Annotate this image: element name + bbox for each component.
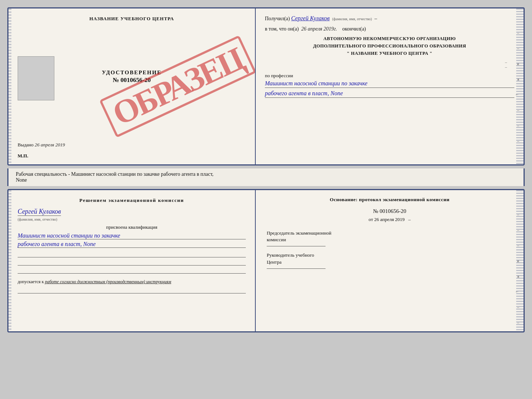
doc-bottom-right: Основание: протокол экзаменационной коми… <box>256 190 524 331</box>
bottom-lines <box>18 251 246 274</box>
resheniem-text: Решением экзаменационной комиссии <box>18 197 246 203</box>
bottom-line-1 <box>18 251 246 257</box>
familiya-sub-bottom: (фамилия, имя, отчество) <box>18 217 246 221</box>
middle-text-none: None <box>16 177 27 183</box>
photo-placeholder <box>18 56 54 100</box>
prisvoena-text: присвоена квалификация <box>18 224 246 230</box>
rukovoditel-line2: Центра <box>267 259 281 265</box>
hatch-right-bottom <box>516 190 524 331</box>
middle-text-block: Рабочая специальность - Машинист насосно… <box>7 168 525 186</box>
right-dash-2: – <box>505 65 507 69</box>
ot-date: от 26 апреля 2019 – <box>267 217 513 222</box>
osnovanie-text: Основание: протокол экзаменационной коми… <box>267 197 513 203</box>
v-tom-label: в том, что он(а) <box>265 26 299 32</box>
person-name-cursive: Сергей Кулаков <box>18 208 61 216</box>
poluchil-line: Получил(а) Сергей Кулаков (фамилия, имя,… <box>265 15 514 22</box>
rukovoditel-line1: Руководитель учебного <box>267 252 314 258</box>
right-dash-1: – <box>505 60 507 64</box>
protocol-number: № 0010656-20 <box>267 208 513 214</box>
rukovoditel-text: Руководитель учебного Центра <box>267 252 513 265</box>
dopuskaetsya-label: допускается к <box>18 279 44 284</box>
obrazec-stamp: ОБРАЗЕЦ <box>99 35 256 138</box>
bottom-line-2 <box>18 259 246 266</box>
document-top: НАЗВАНИЕ УЧЕБНОГО ЦЕНТРА УДОСТОВЕРЕНИЕ №… <box>7 7 525 165</box>
bottom-line-3 <box>18 267 246 274</box>
dopuskaetsya-text: допускается к работе согласно должностны… <box>18 279 246 285</box>
dopusk-italic: работе согласно должностным (производств… <box>45 279 171 284</box>
familiya-hint-top: (фамилия, имя, отчество) <box>332 17 372 21</box>
doc-bottom-left: Решением экзаменационной комиссии Сергей… <box>8 190 256 331</box>
vydano-line: Выдано 26 апреля 2019 <box>18 142 65 148</box>
mp-label: М.П. <box>18 153 28 159</box>
kvalif-line1: Машинист насосной станции по закачке <box>18 232 246 239</box>
predsedatel-text: Председатель экзаменационной комиссии <box>267 230 513 243</box>
org-quote: " НАЗВАНИЕ УЧЕБНОГО ЦЕНТРА " <box>265 50 514 57</box>
org-block: АВТОНОМНУЮ НЕКОММЕРЧЕСКУЮ ОРГАНИЗАЦИЮ ДО… <box>265 35 514 57</box>
center-name-top: НАЗВАНИЕ УЧЕБНОГО ЦЕНТРА <box>18 16 246 22</box>
vydano-label: Выдано <box>18 142 33 147</box>
bottom-line-4 <box>18 287 246 293</box>
vydano-date: 26 апреля 2019 <box>35 142 65 147</box>
hatch-right-top <box>516 8 524 164</box>
middle-text-content: Рабочая специальность - Машинист насосно… <box>16 171 213 177</box>
predsedatel-sign-line <box>267 246 326 246</box>
v-tom-line: в том, что он(а) 26 апреля 2019г. окончи… <box>265 26 514 32</box>
ot-label: от <box>369 217 373 222</box>
v-tom-date: 26 апреля 2019г. <box>301 26 337 32</box>
poluchil-name: Сергей Кулаков <box>291 15 330 21</box>
okonchil-label: окончил(а) <box>342 26 366 32</box>
org-line1: АВТОНОМНУЮ НЕКОММЕРЧЕСКУЮ ОРГАНИЗАЦИЮ <box>265 35 514 42</box>
poluchil-label: Получил(а) <box>265 16 290 21</box>
doc-right-panel: Получил(а) Сергей Кулаков (фамилия, имя,… <box>256 8 524 164</box>
kvalif-line2: рабочего агента в пласт, None <box>18 241 246 248</box>
profession-line2: рабочего агента в пласт, None <box>265 90 514 98</box>
document-bottom: Решением экзаменационной комиссии Сергей… <box>7 189 525 332</box>
org-line2: ДОПОЛНИТЕЛЬНОГО ПРОФЕССИОНАЛЬНОГО ОБРАЗО… <box>265 42 514 50</box>
predsedatel-line1: Председатель экзаменационной <box>267 230 331 236</box>
page-wrapper: НАЗВАНИЕ УЧЕБНОГО ЦЕНТРА УДОСТОВЕРЕНИЕ №… <box>7 7 525 332</box>
profession-line1: Машинист насосной станции по закачке <box>265 80 514 88</box>
predsedatel-line2: комиссии <box>267 237 286 242</box>
doc-left-panel: НАЗВАНИЕ УЧЕБНОГО ЦЕНТРА УДОСТОВЕРЕНИЕ №… <box>8 8 256 164</box>
po-professii: по профессии <box>265 73 514 79</box>
ot-date-value: 26 апреля 2019 <box>374 217 405 222</box>
rukovoditel-sign-line <box>267 268 326 269</box>
